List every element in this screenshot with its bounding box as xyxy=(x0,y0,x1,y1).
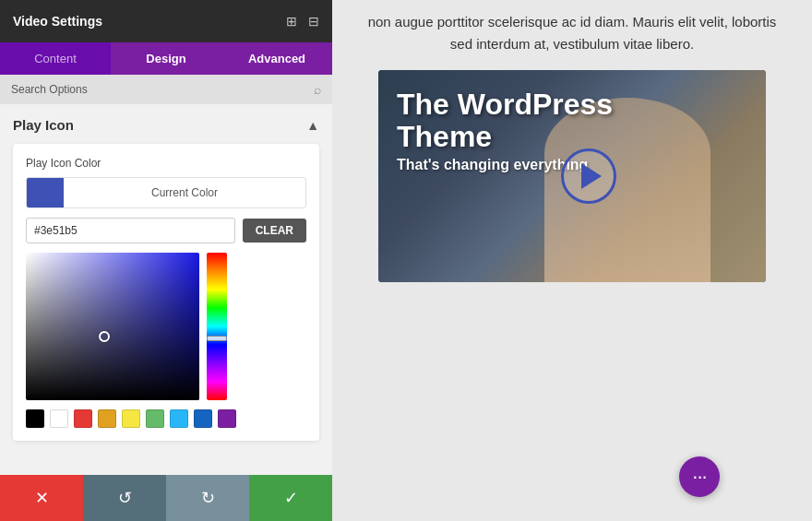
swatch-orange[interactable] xyxy=(98,409,116,428)
close-button[interactable]: ✕ xyxy=(0,475,83,521)
video-title-line1: The WordPress xyxy=(397,89,747,121)
color-swatch[interactable] xyxy=(27,177,64,208)
swatch-purple[interactable] xyxy=(218,409,236,428)
section-header: Play Icon ▲ xyxy=(13,117,319,133)
gradient-picker[interactable] xyxy=(26,253,199,400)
undo-button[interactable]: ↺ xyxy=(83,475,166,521)
tab-advanced[interactable]: Advanced xyxy=(221,42,332,75)
video-title-line2: Theme xyxy=(397,121,747,153)
color-input-row: CLEAR xyxy=(26,218,306,243)
section-toggle-icon[interactable]: ▲ xyxy=(306,118,319,133)
search-bar: Search Options ⌕ xyxy=(0,75,332,104)
gradient-dark xyxy=(26,253,199,400)
color-picker-card: Play Icon Color Current Color CLEAR xyxy=(13,144,319,441)
redo-button[interactable]: ↻ xyxy=(166,475,249,521)
expand-icon[interactable]: ⊞ xyxy=(286,14,297,29)
play-icon xyxy=(581,163,602,189)
clear-button[interactable]: CLEAR xyxy=(243,219,306,243)
save-button[interactable]: ✓ xyxy=(249,475,332,521)
search-options-label: Search Options xyxy=(11,83,88,96)
hue-slider[interactable] xyxy=(207,253,227,400)
panel-title: Video Settings xyxy=(13,14,102,29)
color-label: Play Icon Color xyxy=(26,157,306,170)
hue-thumb[interactable] xyxy=(207,336,227,341)
left-panel: Video Settings ⊞ ⊟ Content Design Advanc… xyxy=(0,0,332,521)
collapse-icon[interactable]: ⊟ xyxy=(308,14,319,29)
tab-design[interactable]: Design xyxy=(111,42,221,75)
section-title: Play Icon xyxy=(13,117,74,133)
tab-content[interactable]: Content xyxy=(0,42,111,75)
swatch-blue[interactable] xyxy=(194,409,212,428)
swatch-red[interactable] xyxy=(74,409,92,428)
panel-header: Video Settings ⊞ ⊟ xyxy=(0,0,332,42)
panel-footer: ✕ ↺ ↻ ✓ xyxy=(0,475,332,521)
color-gradient-area xyxy=(26,253,306,400)
color-preview-row: Current Color xyxy=(26,177,306,208)
fab-button[interactable]: ··· xyxy=(679,456,720,497)
play-button[interactable] xyxy=(561,148,616,204)
swatch-yellow[interactable] xyxy=(122,409,140,428)
current-color-label: Current Color xyxy=(64,186,305,199)
swatch-black[interactable] xyxy=(26,409,44,428)
swatch-white[interactable] xyxy=(50,409,68,428)
fab-icon: ··· xyxy=(692,465,706,489)
hue-track xyxy=(207,253,227,400)
swatch-green[interactable] xyxy=(146,409,164,428)
panel-content: Play Icon ▲ Play Icon Color Current Colo… xyxy=(0,104,332,475)
right-panel: non augue porttitor scelerisque ac id di… xyxy=(332,0,812,521)
preview-body-text: non augue porttitor scelerisque ac id di… xyxy=(360,11,784,55)
color-swatches xyxy=(26,409,306,428)
search-icon[interactable]: ⌕ xyxy=(314,82,321,97)
swatch-cyan[interactable] xyxy=(170,409,188,428)
hex-input[interactable] xyxy=(26,218,235,243)
video-thumbnail: The WordPress Theme That's changing ever… xyxy=(378,70,766,282)
panel-tabs: Content Design Advanced xyxy=(0,42,332,75)
header-icons: ⊞ ⊟ xyxy=(286,14,319,29)
